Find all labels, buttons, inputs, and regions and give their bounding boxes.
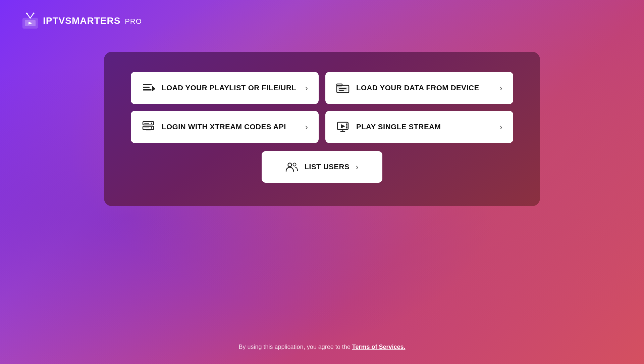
xtream-chevron: › [305,122,308,132]
xtream-icon [142,120,155,134]
play-stream-label: PLAY SINGLE STREAM [356,123,441,131]
load-playlist-chevron: › [305,83,308,93]
footer: By using this application, you agree to … [0,344,644,351]
play-stream-left: PLAY SINGLE STREAM [336,120,441,134]
main-card: LOAD YOUR PLAYLIST OR FILE/URL › LOAD YO… [104,52,540,206]
load-playlist-left: LOAD YOUR PLAYLIST OR FILE/URL [142,81,296,95]
svg-point-4 [26,13,28,14]
load-device-button[interactable]: LOAD YOUR DATA FROM DEVICE › [325,72,513,104]
svg-rect-7 [143,84,152,85]
load-device-left: LOAD YOUR DATA FROM DEVICE [336,81,479,95]
svg-marker-10 [152,86,155,91]
options-grid: LOAD YOUR PLAYLIST OR FILE/URL › LOAD YO… [131,72,513,143]
xtream-login-button[interactable]: LOGIN WITH XTREAM CODES API › [131,111,319,143]
logo-text: IPTVSMARTERS PRO [43,15,142,26]
load-playlist-button[interactable]: LOAD YOUR PLAYLIST OR FILE/URL › [131,72,319,104]
svg-rect-9 [143,89,152,91]
svg-point-18 [151,123,152,124]
logo: IPTVSMARTERS PRO [20,11,142,31]
svg-point-19 [151,127,152,129]
list-users-row: LIST USERS › [131,151,513,183]
svg-marker-26 [341,124,345,128]
terms-link[interactable]: Terms of Services. [352,344,406,350]
load-device-chevron: › [499,83,502,93]
svg-rect-8 [143,87,150,88]
list-users-chevron: › [356,162,359,172]
list-users-label: LIST USERS [304,163,350,171]
svg-point-27 [288,163,292,167]
svg-point-5 [33,13,35,14]
list-users-icon [285,161,298,173]
play-stream-chevron: › [499,122,502,132]
playlist-icon [142,81,155,95]
footer-text: By using this application, you agree to … [239,344,352,350]
device-icon [336,81,350,95]
svg-line-2 [27,13,30,18]
svg-point-28 [293,163,296,166]
play-stream-button[interactable]: PLAY SINGLE STREAM › [325,111,513,143]
load-playlist-label: LOAD YOUR PLAYLIST OR FILE/URL [162,84,296,92]
xtream-label: LOGIN WITH XTREAM CODES API [162,123,286,131]
load-device-label: LOAD YOUR DATA FROM DEVICE [356,84,479,92]
header: IPTVSMARTERS PRO [0,0,644,42]
xtream-left: LOGIN WITH XTREAM CODES API [142,120,286,134]
stream-icon [336,120,350,134]
svg-line-3 [30,13,34,18]
logo-icon [20,11,40,31]
list-users-button[interactable]: LIST USERS › [262,151,382,183]
